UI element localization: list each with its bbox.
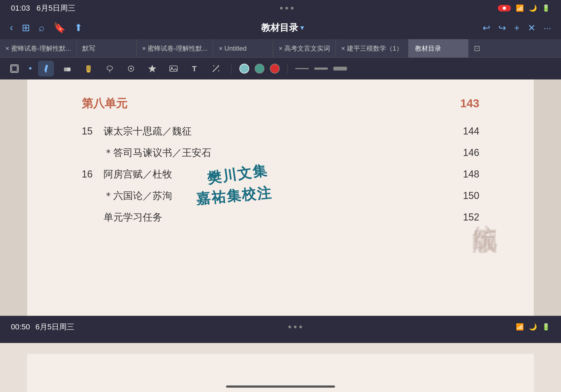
nav-center: 教材目录 ▾	[83, 22, 483, 34]
page-tool[interactable]	[7, 61, 22, 76]
nav-title[interactable]: 教材目录 ▾	[261, 22, 304, 34]
bottom-battery-icon: 🔋	[542, 323, 550, 331]
bottom-status-left: 00:50 6月5日周三	[11, 322, 74, 332]
status-dot-3	[291, 7, 294, 10]
toc-entry-16-wrapper: 16 阿房宫赋／杜牧 148 樊川文集	[82, 168, 479, 181]
svg-point-19	[218, 70, 219, 71]
selector-tool[interactable]	[123, 61, 139, 76]
text-tool[interactable]: T	[187, 61, 203, 76]
tab-jiaocai[interactable]: 教材目录	[408, 39, 468, 57]
tab-untitled-label: × Untitled	[219, 45, 246, 52]
close-nav-button[interactable]: ✕	[528, 22, 535, 33]
tab-gaokao[interactable]: × 高考文言文实词	[273, 39, 336, 57]
wand-tool[interactable]	[208, 61, 224, 76]
nav-right: ↩ ↪ + ✕ ···	[483, 22, 551, 33]
toc-sub-entry-2-wrapper: ＊六国论／苏洵 150 嘉祐集校注	[82, 189, 479, 203]
main-content-area: 第八单元 143 15 谏太宗十思疏／魏征 144 ＊答司马谏议书／王安石 14…	[0, 79, 561, 338]
more-nav-button[interactable]: ···	[544, 23, 551, 33]
search-button[interactable]: ⌕	[39, 22, 45, 33]
toc-sub-page-2: 150	[463, 190, 479, 201]
record-dot	[503, 7, 506, 10]
split-scroll-indicator[interactable]	[226, 385, 335, 388]
tab-1-label: × 蜜蜂试卷-理解性默...	[5, 44, 71, 53]
image-tool[interactable]	[166, 61, 181, 76]
add-page-button[interactable]: +	[514, 23, 520, 33]
grid-button[interactable]: ⊞	[22, 22, 30, 33]
svg-rect-5	[64, 68, 67, 71]
chapter-title: 第八单元	[82, 96, 127, 111]
tools-bar: ✦	[0, 58, 561, 79]
bottom-dot-1	[288, 326, 291, 328]
svg-marker-17	[218, 65, 219, 67]
star-tool[interactable]	[144, 61, 160, 76]
color-red[interactable]	[270, 64, 280, 74]
toc-sub-text-1: ＊答司马谏议书／王安石	[103, 146, 463, 160]
tab-1[interactable]: × 蜜蜂试卷-理解性默...	[0, 39, 77, 57]
status-dot-1	[280, 7, 283, 10]
bottom-dot-3	[299, 326, 302, 328]
bottom-moon-icon: 🌙	[529, 323, 537, 331]
undo-button[interactable]: ↩	[483, 22, 490, 33]
toc-text-16: 阿房宫赋／杜牧	[103, 168, 463, 181]
toc-entry-16: 16 阿房宫赋／杜牧 148	[82, 168, 479, 181]
toc-page-16: 148	[463, 169, 479, 180]
toc-page-tasks: 152	[463, 212, 479, 223]
line-medium[interactable]	[314, 68, 328, 70]
line-thick[interactable]	[333, 67, 347, 71]
toc-entry-tasks: 单元学习任务 152	[82, 211, 479, 224]
svg-marker-12	[148, 65, 156, 72]
color-teal[interactable]	[239, 64, 249, 74]
bottom-split-area	[0, 338, 561, 392]
chapter-page-num: 143	[460, 97, 479, 110]
tab-untitled[interactable]: × Untitled	[213, 39, 273, 57]
bottom-dot-2	[294, 326, 297, 328]
svg-rect-6	[86, 65, 91, 71]
status-dot-2	[285, 7, 288, 10]
pencil-tool[interactable]	[38, 61, 54, 76]
tab-3[interactable]: × 蜜蜂试卷-理解性默...	[137, 39, 214, 57]
bottom-time: 00:50	[11, 323, 30, 331]
tab-gaokao-label: × 高考文言文实词	[279, 44, 330, 53]
svg-rect-1	[12, 66, 17, 71]
status-center	[280, 7, 294, 10]
tab-jianping-label: × 建平三模数学（1）	[341, 44, 403, 53]
tab-add-button[interactable]: ⊡	[468, 39, 486, 57]
toc-num-15: 15	[82, 125, 103, 137]
lasso-tool[interactable]	[102, 61, 118, 76]
svg-line-16	[213, 66, 218, 72]
chapter-header: 第八单元 143	[82, 96, 479, 111]
redo-button[interactable]: ↪	[498, 22, 506, 33]
bottom-wifi-icon: 📶	[516, 323, 524, 331]
line-thin[interactable]	[295, 68, 309, 69]
nav-left: ‹ ⊞ ⌕ 🔖 ⬆	[10, 22, 83, 33]
tab-2[interactable]: 默写	[77, 39, 137, 57]
bottom-status-bar: 00:50 6月5日周三 📶 🌙 🔋	[0, 316, 561, 338]
bookmark-button[interactable]: 🔖	[53, 22, 66, 33]
toc-sub-text-2: ＊六国论／苏洵	[103, 189, 463, 203]
toc-text-15: 谏太宗十思疏／魏征	[103, 125, 463, 138]
bottom-status-center	[288, 326, 302, 328]
status-left: 01:03 6月5日周三	[11, 3, 75, 13]
highlighter-tool[interactable]	[81, 61, 96, 76]
tab-3-label: × 蜜蜂试卷-理解性默...	[142, 44, 208, 53]
svg-point-8	[107, 66, 112, 70]
wifi-icon: 📶	[516, 4, 524, 12]
status-time: 01:03	[11, 4, 30, 13]
nav-bar: ‹ ⊞ ⌕ 🔖 ⬆ 教材目录 ▾ ↩ ↪ + ✕ ···	[0, 16, 561, 39]
toc-sub-page-1: 146	[463, 147, 479, 158]
tabs-bar: × 蜜蜂试卷-理解性默... 默写 × 蜜蜂试卷-理解性默... × Untit…	[0, 39, 561, 58]
toc-text-tasks: 单元学习任务	[103, 211, 463, 224]
tab-jiaocai-label: 教材目录	[415, 44, 441, 53]
svg-point-11	[130, 68, 132, 69]
share-button[interactable]: ⬆	[74, 22, 83, 33]
toc-num-16: 16	[82, 169, 103, 180]
eraser-tool[interactable]	[59, 61, 75, 76]
status-bar: 01:03 6月5日周三 📶 🌙 🔋	[0, 0, 561, 16]
tab-jianping[interactable]: × 建平三模数学（1）	[336, 39, 408, 57]
record-button[interactable]	[498, 5, 511, 11]
color-green[interactable]	[255, 64, 264, 74]
svg-rect-13	[170, 66, 177, 71]
back-button[interactable]: ‹	[10, 22, 13, 33]
tab-2-label: 默写	[82, 44, 95, 53]
document-page: 第八单元 143 15 谏太宗十思疏／魏征 144 ＊答司马谏议书／王安石 14…	[27, 79, 534, 338]
